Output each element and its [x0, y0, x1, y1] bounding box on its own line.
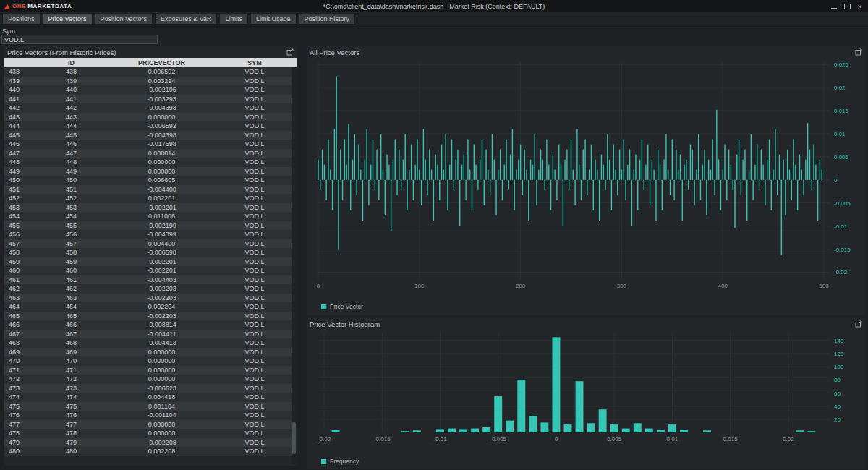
table-cell: 469 [37, 349, 106, 356]
svg-text:60: 60 [834, 390, 841, 397]
tab-position-vectors[interactable]: Position Vectors [95, 14, 153, 25]
table-cell: 477 [37, 421, 106, 428]
table-cell: -0.002203 [106, 285, 218, 292]
table-row[interactable]: 460460-0.002201VOD.L [4, 266, 292, 275]
close-icon[interactable]: × [858, 3, 862, 10]
table-cell: VOD.L [218, 204, 292, 211]
table-row[interactable]: 466466-0.008814VOD.L [4, 320, 292, 330]
app-logo: ONE MARKETDATA [4, 0, 72, 12]
table-row[interactable]: 446446-0.017598VOD.L [4, 140, 292, 149]
table-row[interactable]: 441441-0.003293VOD.L [4, 95, 292, 104]
table-cell: VOD.L [218, 303, 292, 310]
scrollbar-thumb[interactable] [292, 422, 296, 454]
table-cell: -0.004398 [106, 132, 218, 139]
table-cell: 443 [37, 114, 106, 121]
table-row[interactable]: 4774770.000000VOD.L [4, 420, 292, 430]
minimize-icon[interactable] [831, 3, 837, 9]
table-row[interactable]: 455455-0.002199VOD.L [4, 221, 292, 231]
histogram-chart[interactable]: 20406080100120140-0.02-0.015-0.01-0.0050… [307, 330, 865, 453]
table-row[interactable]: 4724720.000000VOD.L [4, 375, 292, 384]
table-row[interactable]: 440440-0.002195VOD.L [4, 85, 292, 95]
tab-exposures-var[interactable]: Exposures & VaR [155, 14, 217, 25]
svg-text:100: 100 [414, 283, 425, 289]
table-row[interactable]: 4384380.006592VOD.L [4, 67, 292, 77]
expand-panel-icon[interactable] [286, 48, 294, 56]
table-row[interactable]: 459459-0.002201VOD.L [4, 257, 292, 267]
table-row[interactable]: 4754750.001104VOD.L [4, 402, 292, 411]
table-cell: VOD.L [218, 258, 292, 265]
tab-positions[interactable]: Positions [2, 14, 41, 25]
tab-limit-usage[interactable]: Limit Usage [250, 14, 297, 25]
table-vertical-scrollbar[interactable] [292, 67, 297, 464]
table-cell: -0.006592 [106, 122, 218, 129]
table-cell: VOD.L [218, 330, 292, 338]
table-row[interactable]: 462462-0.002203VOD.L [4, 284, 292, 294]
table-row[interactable]: 451451-0.004400VOD.L [4, 185, 292, 195]
price-vector-legend[interactable]: Price Vector [321, 303, 363, 310]
table-cell: 459 [37, 258, 106, 265]
table-row[interactable]: 463463-0.002203VOD.L [4, 294, 292, 303]
table-row[interactable]: 4804800.002208VOD.L [4, 447, 292, 456]
tab-position-history[interactable]: Position History [299, 14, 356, 25]
table-row[interactable]: 456456-0.004399VOD.L [4, 230, 292, 239]
table-cell: -0.002195 [106, 86, 218, 93]
table-row[interactable]: 4544540.011006VOD.L [4, 212, 292, 221]
all-price-vectors-chart[interactable]: 0.0250.020.0150.010.0050-0.005-0.01-0.01… [307, 58, 865, 299]
table-row[interactable]: 479479-0.002208VOD.L [4, 438, 292, 448]
table-cell: VOD.L [218, 168, 292, 175]
table-cell: 446 [4, 140, 37, 148]
table-cell: -0.004399 [106, 231, 218, 238]
table-row[interactable]: 461461-0.004403VOD.L [4, 275, 292, 285]
table-cell: 466 [37, 321, 106, 328]
table-row[interactable]: 4694690.000000VOD.L [4, 348, 292, 357]
table-row[interactable]: 4574570.004400VOD.L [4, 239, 292, 249]
table-cell: 0.000000 [106, 430, 218, 437]
table-row[interactable]: 4434430.000000VOD.L [4, 113, 292, 122]
table-row[interactable]: 467467-0.004411VOD.L [4, 330, 292, 339]
table-row[interactable]: 476476-0.001104VOD.L [4, 411, 292, 420]
table-row[interactable]: 444444-0.006592VOD.L [4, 121, 292, 131]
table-cell: 441 [4, 95, 37, 103]
table-cell: 442 [4, 104, 37, 111]
column-header[interactable]: PRICEVECTOR [106, 59, 218, 67]
table-row[interactable]: 473473-0.006623VOD.L [4, 384, 292, 393]
table-row[interactable]: 4484480.000000VOD.L [4, 158, 292, 167]
table-cell: -0.004413 [106, 339, 218, 346]
table-cell: VOD.L [218, 86, 292, 93]
table-row[interactable]: 4394390.003294VOD.L [4, 77, 292, 86]
table-row[interactable]: 4644640.002204VOD.L [4, 302, 292, 312]
table-row[interactable]: 4744740.004418VOD.L [4, 393, 292, 402]
table-cell: 468 [4, 339, 37, 346]
table-row[interactable]: 4714710.000000VOD.L [4, 366, 292, 375]
tab-limits[interactable]: Limits [219, 14, 248, 25]
table-row[interactable]: 468468-0.004413VOD.L [4, 338, 292, 348]
column-header[interactable]: ID [37, 59, 106, 67]
table-row[interactable]: 458458-0.006598VOD.L [4, 248, 292, 257]
table-cell: 449 [4, 168, 37, 175]
table-row[interactable]: 442442-0.004393VOD.L [4, 103, 292, 113]
table-cell: 0.011006 [106, 213, 218, 220]
table-row[interactable]: 465465-0.002203VOD.L [4, 312, 292, 321]
tab-price-vectors[interactable]: Price Vectors [43, 14, 93, 25]
table-cell: -0.002208 [106, 439, 218, 446]
table-row[interactable]: 4504500.006605VOD.L [4, 176, 292, 185]
expand-panel-icon[interactable] [855, 320, 862, 328]
table-row[interactable]: 4784780.000000VOD.L [4, 429, 292, 438]
expand-panel-icon[interactable] [855, 48, 862, 56]
table-row[interactable]: 4704700.000000VOD.L [4, 356, 292, 366]
sym-input[interactable] [1, 35, 158, 44]
frequency-legend[interactable]: Frequency [321, 458, 359, 465]
table-cell: 464 [37, 303, 106, 310]
table-cell: VOD.L [218, 393, 292, 401]
table-row[interactable]: 4474470.008814VOD.L [4, 149, 292, 158]
column-header[interactable]: SYM [218, 59, 292, 67]
table-row[interactable]: 4524520.002201VOD.L [4, 194, 292, 203]
table-row[interactable]: 453453-0.002201VOD.L [4, 203, 292, 213]
restore-icon[interactable] [844, 4, 851, 9]
table-row[interactable]: 445445-0.004398VOD.L [4, 131, 292, 140]
table-cell: -0.008814 [106, 321, 218, 328]
table-cell: 475 [4, 403, 37, 410]
table-row[interactable]: 4494490.000000VOD.L [4, 167, 292, 176]
table-cell: 478 [4, 430, 37, 437]
table-cell: 0.000000 [106, 349, 218, 356]
